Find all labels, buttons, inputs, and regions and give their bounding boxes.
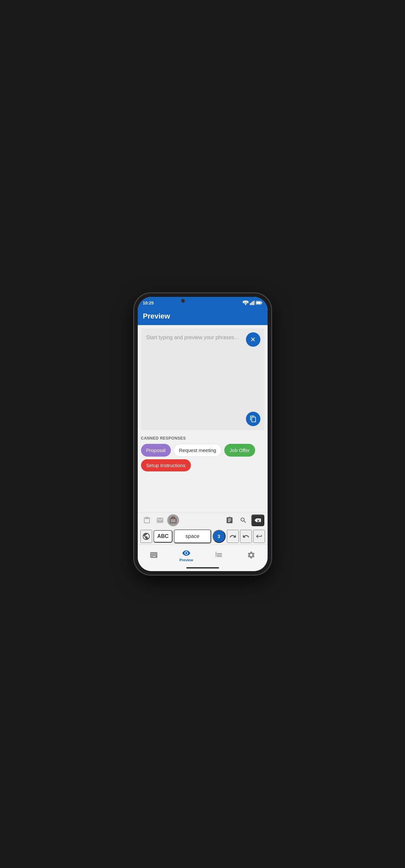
- keyboard-row2: ABC space 3: [138, 528, 268, 545]
- phone-outer: 10:25: [134, 293, 272, 575]
- phone-screen: 10:25: [138, 297, 268, 571]
- chip-request-meeting[interactable]: Request meeting: [174, 444, 222, 457]
- svg-rect-6: [256, 302, 261, 304]
- nav-keyboard[interactable]: [138, 550, 170, 561]
- clipboard-icon: [143, 516, 151, 524]
- home-indicator: [138, 564, 268, 571]
- clear-icon: ✕: [250, 336, 256, 343]
- search-tool-button[interactable]: [238, 515, 249, 526]
- canned-responses-title: CANNED RESPONSES: [141, 436, 264, 440]
- clear-button[interactable]: ✕: [246, 332, 260, 347]
- paste-tool-button[interactable]: [224, 515, 236, 526]
- canned-responses-section: CANNED RESPONSES Proposal Request meetin…: [138, 433, 268, 475]
- num-badge: 3: [218, 534, 220, 539]
- redo-icon: [229, 533, 237, 540]
- suitcase-icon: [169, 516, 177, 524]
- phone-camera: [181, 299, 185, 303]
- enter-icon: [255, 533, 263, 540]
- svg-rect-1: [251, 302, 252, 305]
- wifi-icon: [243, 301, 249, 305]
- svg-rect-5: [261, 302, 262, 304]
- globe-icon: [142, 532, 151, 540]
- bottom-nav: Preview 1 2 3: [138, 545, 268, 564]
- space-label: space: [185, 533, 199, 539]
- chip-job-offer[interactable]: Job Offer: [224, 444, 255, 457]
- mail-tool-button[interactable]: [154, 515, 166, 526]
- chip-proposal[interactable]: Proposal: [141, 444, 171, 457]
- backspace-icon: [254, 518, 261, 523]
- main-content: Start typing and preview your phrases… ✕…: [138, 325, 268, 512]
- status-bar: 10:25: [138, 297, 268, 308]
- nav-settings[interactable]: [235, 550, 268, 561]
- status-icons: [243, 301, 262, 305]
- svg-rect-3: [254, 301, 254, 305]
- space-key[interactable]: space: [174, 529, 211, 543]
- status-time: 10:25: [143, 301, 154, 305]
- svg-rect-2: [252, 301, 253, 305]
- svg-text:3: 3: [215, 554, 217, 557]
- copy-icon: [250, 415, 257, 423]
- app-bar: Preview: [138, 308, 268, 325]
- nav-preview-label: Preview: [179, 558, 193, 562]
- redo-key[interactable]: [227, 530, 239, 543]
- paste-icon: [226, 516, 233, 524]
- preview-placeholder: Start typing and preview your phrases…: [141, 329, 264, 347]
- enter-key[interactable]: [253, 530, 265, 543]
- keyboard-area: ABC space 3: [138, 512, 268, 545]
- globe-key[interactable]: [141, 530, 152, 543]
- undo-icon: [242, 533, 250, 540]
- search-icon: [240, 517, 247, 524]
- nav-list[interactable]: 1 2 3: [202, 550, 235, 561]
- svg-rect-0: [250, 303, 251, 305]
- signal-icon: [250, 301, 254, 305]
- app-bar-title: Preview: [143, 312, 170, 320]
- abc-key[interactable]: ABC: [153, 530, 173, 542]
- nav-preview[interactable]: Preview: [170, 548, 202, 563]
- suitcase-tool-button[interactable]: [167, 515, 179, 526]
- battery-icon: [256, 301, 262, 305]
- preview-nav-icon: [182, 549, 190, 557]
- home-bar: [186, 567, 219, 568]
- toolbar-right: [224, 515, 264, 526]
- clipboard-tool-button[interactable]: [141, 515, 153, 526]
- preview-area: Start typing and preview your phrases… ✕: [141, 329, 264, 430]
- num-key[interactable]: 3: [213, 530, 226, 543]
- copy-button[interactable]: [246, 412, 260, 426]
- toolbar-left: [141, 515, 179, 526]
- undo-key[interactable]: [240, 530, 252, 543]
- chip-setup-instructions[interactable]: Setup Instructions: [141, 459, 191, 471]
- abc-label: ABC: [157, 533, 169, 539]
- backspace-button[interactable]: [251, 515, 264, 526]
- keyboard-toolbar: [138, 513, 268, 528]
- settings-nav-icon: [247, 551, 255, 559]
- canned-chips-container: Proposal Request meeting Job Offer Setup…: [141, 444, 264, 471]
- list-nav-icon: 1 2 3: [215, 551, 223, 559]
- keyboard-nav-icon: [150, 552, 158, 559]
- mail-icon: [156, 516, 164, 524]
